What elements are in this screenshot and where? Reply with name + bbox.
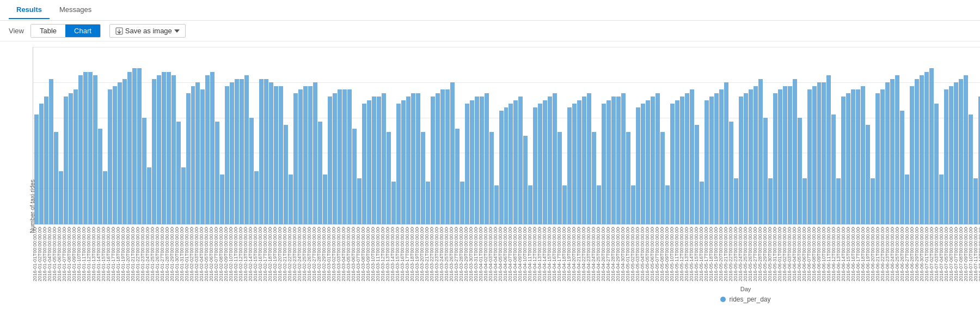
bar-66: [357, 178, 362, 225]
bar-113: [587, 93, 591, 225]
bar-59: [323, 174, 327, 224]
x-label-161: 2016-06-10T00:00:00.0000000: [822, 227, 826, 281]
x-label-191: 2016-07-10T00:00:00.0000000: [969, 227, 973, 281]
bar-167: [851, 89, 855, 224]
x-label-58: 2016-02-28T00:00:00.0000000: [317, 227, 322, 281]
bar-175: [890, 79, 895, 225]
bar-184: [934, 104, 939, 224]
x-label-112: 2016-04-22T00:00:00.0000000: [581, 227, 586, 281]
x-label-38: 2016-02-08T00:00:00.0000000: [219, 227, 224, 281]
tab-results[interactable]: Results: [9, 1, 50, 19]
x-label-175: 2016-06-24T00:00:00.0000000: [890, 227, 895, 281]
x-label-157: 2016-06-06T00:00:00.0000000: [802, 227, 807, 281]
bar-137: [705, 100, 709, 225]
x-label-176: 2016-06-25T00:00:00.0000000: [895, 227, 900, 281]
x-label-87: 2016-03-28T00:00:00.0000000: [459, 227, 464, 281]
bar-99: [518, 97, 523, 224]
bar-56: [308, 86, 313, 225]
x-label-61: 2016-03-02T00:00:00.0000000: [332, 227, 336, 281]
bar-145: [744, 93, 748, 225]
bar-178: [905, 174, 909, 224]
x-label-166: 2016-06-15T00:00:00.0000000: [846, 227, 851, 281]
bar-29: [176, 122, 181, 225]
bar-186: [944, 89, 948, 224]
x-label-66: 2016-03-07T00:00:00.0000000: [356, 227, 361, 281]
x-label-88: 2016-03-29T00:00:00.0000000: [464, 227, 469, 281]
save-as-image-button[interactable]: Save as image: [109, 24, 186, 38]
bar-180: [915, 79, 919, 225]
x-label-85: 2016-03-26T00:00:00.0000000: [449, 227, 454, 281]
bar-107: [558, 132, 562, 224]
bar-44: [249, 118, 254, 224]
x-label-47: 2016-02-17T00:00:00.0000000: [263, 227, 268, 281]
x-label-67: 2016-03-08T00:00:00.0000000: [361, 227, 366, 281]
save-label: Save as image: [125, 27, 172, 35]
x-label-131: 2016-05-11T00:00:00.0000000: [675, 227, 679, 281]
bar-112: [582, 97, 586, 224]
bar-92: [485, 93, 489, 225]
chart-button[interactable]: Chart: [65, 25, 100, 37]
x-label-174: 2016-06-23T00:00:00.0000000: [885, 227, 890, 281]
x-label-21: 2016-01-22T00:00:00.0000000: [136, 227, 140, 281]
x-label-115: 2016-04-25T00:00:00.0000000: [596, 227, 601, 281]
bar-149: [763, 118, 768, 224]
bar-160: [817, 82, 822, 224]
x-label-158: 2016-06-07T00:00:00.0000000: [807, 227, 812, 281]
bar-144: [739, 97, 743, 224]
view-toggle: Table Chart: [30, 24, 101, 38]
bar-125: [646, 100, 650, 225]
bar-174: [885, 82, 890, 224]
bar-148: [758, 79, 763, 225]
tab-messages[interactable]: Messages: [52, 1, 99, 19]
bar-177: [900, 111, 904, 224]
x-label-163: 2016-06-12T00:00:00.0000000: [831, 227, 836, 281]
bar-36: [210, 72, 215, 225]
bar-191: [969, 115, 973, 225]
bar-76: [406, 97, 411, 224]
x-label-26: 2016-01-27T00:00:00.0000000: [160, 227, 165, 281]
x-label-134: 2016-05-14T00:00:00.0000000: [689, 227, 694, 281]
x-label-127: 2016-05-07T00:00:00.0000000: [655, 227, 660, 281]
table-button[interactable]: Table: [31, 25, 65, 37]
bar-95: [499, 111, 504, 224]
x-label-98: 2016-04-08T00:00:00.0000000: [513, 227, 518, 281]
x-label-82: 2016-03-23T00:00:00.0000000: [434, 227, 439, 281]
bar-39: [225, 86, 229, 225]
x-label-48: 2016-02-18T00:00:00.0000000: [268, 227, 273, 281]
bar-152: [778, 89, 782, 224]
bar-10: [83, 72, 88, 225]
bar-21: [137, 68, 142, 224]
x-label-76: 2016-03-17T00:00:00.0000000: [405, 227, 410, 281]
x-label-118: 2016-04-28T00:00:00.0000000: [611, 227, 616, 281]
x-label-93: 2016-04-03T00:00:00.0000000: [488, 227, 493, 281]
bar-97: [509, 104, 513, 224]
x-label-160: 2016-06-09T00:00:00.0000000: [817, 227, 822, 281]
x-label-183: 2016-07-02T00:00:00.0000000: [929, 227, 934, 281]
bar-179: [910, 86, 914, 225]
top-tabs: Results Messages: [0, 0, 980, 21]
bar-122: [631, 185, 635, 225]
bar-1: [39, 104, 44, 224]
bar-25: [157, 75, 161, 224]
x-label-190: 2016-07-09T00:00:00.0000000: [964, 227, 969, 281]
bar-120: [621, 93, 626, 225]
x-label-4: 2016-01-05T00:00:00.0000000: [52, 227, 57, 281]
bar-51: [284, 125, 288, 224]
x-label-44: 2016-02-14T00:00:00.0000000: [248, 227, 253, 281]
bar-162: [826, 75, 831, 224]
x-label-39: 2016-02-09T00:00:00.0000000: [224, 227, 229, 281]
bar-70: [377, 97, 381, 224]
bar-45: [254, 171, 259, 225]
x-label-170: 2016-06-19T00:00:00.0000000: [866, 227, 871, 281]
x-label-89: 2016-03-30T00:00:00.0000000: [469, 227, 474, 281]
bar-192: [973, 178, 978, 225]
bar-27: [167, 72, 171, 225]
x-label-13: 2016-01-14T00:00:00.0000000: [96, 227, 101, 281]
x-label-142: 2016-05-22T00:00:00.0000000: [728, 227, 733, 281]
x-label-55: 2016-02-25T00:00:00.0000000: [302, 227, 307, 281]
x-label-168: 2016-06-17T00:00:00.0000000: [856, 227, 861, 281]
x-label-53: 2016-02-23T00:00:00.0000000: [292, 227, 297, 281]
bar-23: [147, 167, 151, 224]
bar-41: [235, 79, 239, 225]
bar-67: [362, 104, 366, 224]
